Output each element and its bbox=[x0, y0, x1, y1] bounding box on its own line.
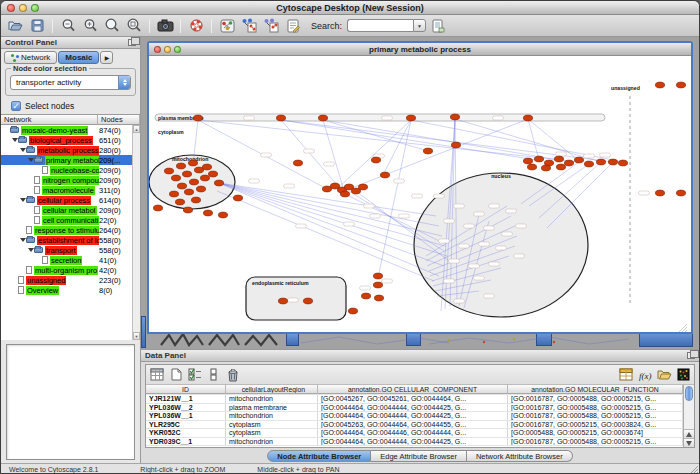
network-node bbox=[655, 190, 664, 196]
save-icon[interactable] bbox=[27, 17, 47, 35]
zoom-button[interactable] bbox=[174, 46, 181, 53]
help-icon[interactable] bbox=[186, 17, 206, 35]
node-label-mark bbox=[344, 222, 355, 226]
table-row[interactable]: YPL036W__2plasma membrane[GO:0044464, GO… bbox=[146, 404, 683, 413]
table-row[interactable]: YKR052Ccytoplasm[GO:0044464, GO:0044446,… bbox=[146, 429, 683, 438]
select-all-attributes-icon[interactable] bbox=[187, 367, 203, 383]
tree-row-secretion[interactable]: secretion41(0) bbox=[1, 255, 132, 265]
table-row[interactable]: YDR039C__1mitochondrion[GO:0044464, GO:0… bbox=[146, 438, 683, 447]
tree-row-establishment-of-lo[interactable]: establishment of lo558(0) bbox=[1, 235, 132, 245]
expander-icon[interactable] bbox=[27, 158, 34, 162]
tree-row-multi-organism-pro[interactable]: multi-organism pro42(0) bbox=[1, 265, 132, 275]
zoom-in-icon[interactable] bbox=[80, 17, 100, 35]
zoom-fit-icon[interactable] bbox=[102, 17, 122, 35]
tree-row-overview[interactable]: Overview8(0) bbox=[1, 285, 132, 295]
expander-icon[interactable] bbox=[19, 238, 26, 242]
column-header[interactable]: annotation.GO MOLECULAR_FUNCTION bbox=[508, 385, 683, 394]
tab-edge-attribute-browser[interactable]: Edge Attribute Browser bbox=[371, 450, 467, 462]
tabs-overflow-arrow[interactable]: ▶ bbox=[100, 51, 113, 64]
vizmap-layout-icon-1[interactable] bbox=[239, 17, 259, 35]
tree-row-unassigned[interactable]: unassigned223(0) bbox=[1, 275, 132, 285]
matrix-view-icon[interactable] bbox=[675, 367, 691, 383]
tree-row-primary-metabolic[interactable]: primary metabolic209(... bbox=[1, 155, 132, 165]
zoom-button[interactable] bbox=[31, 4, 39, 12]
scroll-up-icon[interactable]: ▲ bbox=[133, 125, 140, 133]
annotation-icon[interactable] bbox=[283, 17, 303, 35]
tree-row-macromolecule[interactable]: macromolecule311(0) bbox=[1, 185, 132, 195]
tree-row-nitrogen-compou[interactable]: nitrogen compou209(0) bbox=[1, 175, 132, 185]
folder-icon bbox=[18, 137, 27, 143]
search-dropdown-button[interactable]: ▼ bbox=[413, 19, 426, 32]
network-node bbox=[303, 298, 312, 304]
column-header-network[interactable]: Network bbox=[1, 115, 98, 125]
scroll-down-icon[interactable]: ▼ bbox=[133, 332, 140, 340]
column-header[interactable]: ID bbox=[146, 385, 226, 394]
window-title: Cytoscape Desktop (New Session) bbox=[1, 1, 699, 15]
network-window-titlebar[interactable]: primary metabolic process bbox=[149, 43, 691, 56]
new-attribute-icon[interactable] bbox=[168, 367, 184, 383]
birdseye-view[interactable] bbox=[6, 344, 135, 460]
vizmap-layout-icon-2[interactable] bbox=[261, 17, 281, 35]
table-row[interactable]: YJR121W__1mitochondrion[GO:0045267, GO:0… bbox=[146, 395, 683, 404]
tab-network-attribute-browser[interactable]: Network Attribute Browser bbox=[467, 450, 573, 462]
scroll-track[interactable] bbox=[133, 133, 140, 332]
expander-icon[interactable] bbox=[11, 138, 18, 142]
tab-node-attribute-browser[interactable]: Node Attribute Browser bbox=[267, 450, 371, 462]
table-row[interactable]: YLR295Ccytoplasm[GO:0045263, GO:0044464,… bbox=[146, 421, 683, 430]
column-header-nodes[interactable]: Nodes bbox=[98, 115, 140, 125]
float-panel-icon[interactable] bbox=[128, 39, 136, 46]
minimize-button[interactable] bbox=[19, 4, 27, 12]
float-panel-icon[interactable] bbox=[687, 352, 695, 359]
open-button[interactable] bbox=[5, 17, 25, 35]
tree-row-biological-process[interactable]: biological_process651(0) bbox=[1, 135, 132, 145]
tree-scrollbar[interactable]: ▲ ▼ bbox=[132, 125, 140, 340]
network-canvas[interactable]: plasma membranecytoplasmmitochondrionnuc… bbox=[149, 56, 691, 332]
select-nodes-checkbox[interactable]: ✓ bbox=[11, 101, 21, 111]
scroll-up-icon[interactable] bbox=[684, 429, 694, 438]
unselect-all-attributes-icon[interactable] bbox=[206, 367, 222, 383]
tree-row-mosaic-demo-yeast[interactable]: mosaic-demo-yeast874(0) bbox=[1, 125, 132, 135]
attribute-table-icon[interactable] bbox=[618, 367, 634, 383]
tree-row-label: nucleobase-con bbox=[50, 166, 99, 175]
import-folder-icon[interactable] bbox=[656, 367, 672, 383]
network-overview-icon[interactable] bbox=[217, 17, 237, 35]
tab-network[interactable]: Network bbox=[4, 51, 57, 64]
column-header[interactable]: _cellularLayoutRegion bbox=[226, 385, 318, 394]
zoom-out-icon[interactable] bbox=[58, 17, 78, 35]
tree-row-label: secretion bbox=[50, 256, 82, 265]
close-button[interactable] bbox=[154, 46, 161, 53]
delete-attribute-icon[interactable] bbox=[225, 367, 241, 383]
snapshot-icon[interactable] bbox=[155, 17, 175, 35]
scroll-down-icon[interactable] bbox=[684, 438, 694, 447]
column-header[interactable]: annotation.GO CELLULAR_COMPONENT bbox=[318, 385, 508, 394]
table-scrollbar[interactable] bbox=[683, 385, 694, 447]
close-button[interactable] bbox=[7, 4, 15, 12]
tree-row-response-to-stimulus[interactable]: response to stimulus264(0) bbox=[1, 225, 132, 235]
expander-icon[interactable] bbox=[27, 248, 34, 252]
minimize-button[interactable] bbox=[164, 46, 171, 53]
tree-row-cellular-metabol[interactable]: cellular metabol209(0) bbox=[1, 205, 132, 215]
node-color-dropdown[interactable]: transporter activity bbox=[10, 75, 131, 90]
tree-row-cell-communicati[interactable]: cell communicati22(0) bbox=[1, 215, 132, 225]
resize-grip-icon[interactable] bbox=[688, 464, 698, 474]
node-label-mark bbox=[439, 239, 450, 243]
tab-mosaic[interactable]: Mosaic bbox=[58, 51, 99, 64]
expander-icon[interactable] bbox=[19, 148, 26, 152]
formula-builder-icon[interactable]: f(x) bbox=[637, 367, 653, 383]
node-label-mark bbox=[454, 299, 465, 303]
table-row[interactable]: YPL036W__1mitochondrion[GO:0044464, GO:0… bbox=[146, 412, 683, 421]
tree-row-metabolic-process[interactable]: metabolic process280(0) bbox=[1, 145, 132, 155]
network-node bbox=[200, 175, 209, 181]
expander-icon[interactable] bbox=[19, 198, 26, 202]
import-table-icon[interactable] bbox=[428, 17, 448, 35]
background-window-fragment bbox=[141, 316, 146, 348]
tree-row-label: primary metabolic bbox=[45, 156, 99, 165]
zoom-selected-icon[interactable] bbox=[124, 17, 144, 35]
search-input[interactable] bbox=[347, 19, 413, 32]
scrollbar-thumb[interactable] bbox=[685, 386, 693, 401]
attribute-table-wrap: ID_cellularLayoutRegionannotation.GO CEL… bbox=[146, 385, 694, 447]
tree-row-cellular-process[interactable]: cellular process614(0) bbox=[1, 195, 132, 205]
tree-row-nucleobase-con[interactable]: nucleobase-con209(0) bbox=[1, 165, 132, 175]
select-attributes-icon[interactable] bbox=[149, 367, 165, 383]
tree-row-transport[interactable]: transport558(0) bbox=[1, 245, 132, 255]
